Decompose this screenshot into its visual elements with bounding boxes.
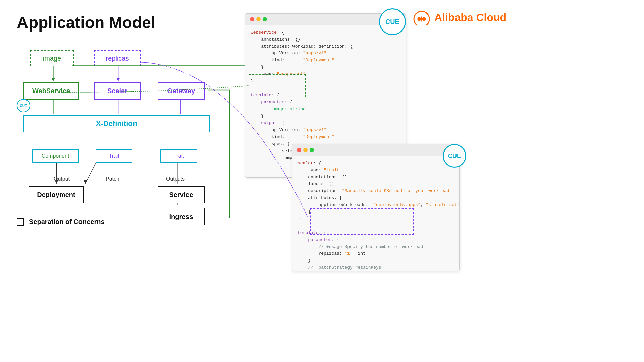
- cue-small-circle: CUE: [17, 99, 30, 112]
- deployment-box: Deployment: [29, 186, 84, 203]
- svg-marker-3: [116, 78, 120, 81]
- diagram: image replicas CUE WebService Scaler Gat…: [10, 44, 238, 238]
- xdef-box: X-Definition: [23, 115, 210, 132]
- tl-green-2: [310, 148, 314, 152]
- alibaba-icon: [413, 10, 431, 25]
- tl-red: [250, 17, 254, 21]
- checkbox-icon: [17, 218, 24, 226]
- svg-marker-10: [84, 180, 87, 184]
- separation-label: Separation of Concerns: [17, 218, 105, 226]
- code-panel-secondary: scaler: { type: "trait" annotations: {} …: [292, 144, 460, 272]
- tl-red-2: [297, 148, 301, 152]
- service-box: Service: [158, 186, 205, 203]
- traffic-lights-secondary: [292, 144, 459, 156]
- output-label: Output: [54, 176, 70, 182]
- ingress-box: Ingress: [158, 208, 205, 225]
- image-box: image: [30, 50, 74, 66]
- component-box: Component: [32, 149, 79, 163]
- alibaba-logo: Alibaba Cloud: [413, 10, 506, 25]
- outputs-label: Outputs: [166, 176, 185, 182]
- svg-marker-1: [52, 78, 55, 81]
- cue-large-circle: CUE: [379, 8, 406, 35]
- tl-yellow-2: [303, 148, 308, 152]
- replicas-box: replicas: [94, 50, 141, 66]
- tl-yellow: [256, 17, 261, 21]
- gateway-box: Gateway: [158, 82, 205, 100]
- svg-line-9: [85, 161, 97, 184]
- trait1-box: Trait: [96, 149, 132, 163]
- tl-green: [263, 17, 267, 21]
- page-title: Application Model: [17, 13, 155, 32]
- cue-right-circle: CUE: [443, 144, 466, 168]
- patch-label: Patch: [106, 176, 119, 182]
- alibaba-text: Alibaba Cloud: [434, 11, 506, 24]
- webservice-box: WebService: [23, 82, 79, 100]
- trait2-box: Trait: [160, 149, 197, 163]
- code-secondary-content: scaler: { type: "trait" annotations: {} …: [292, 156, 459, 272]
- scaler-box: Scaler: [94, 82, 141, 100]
